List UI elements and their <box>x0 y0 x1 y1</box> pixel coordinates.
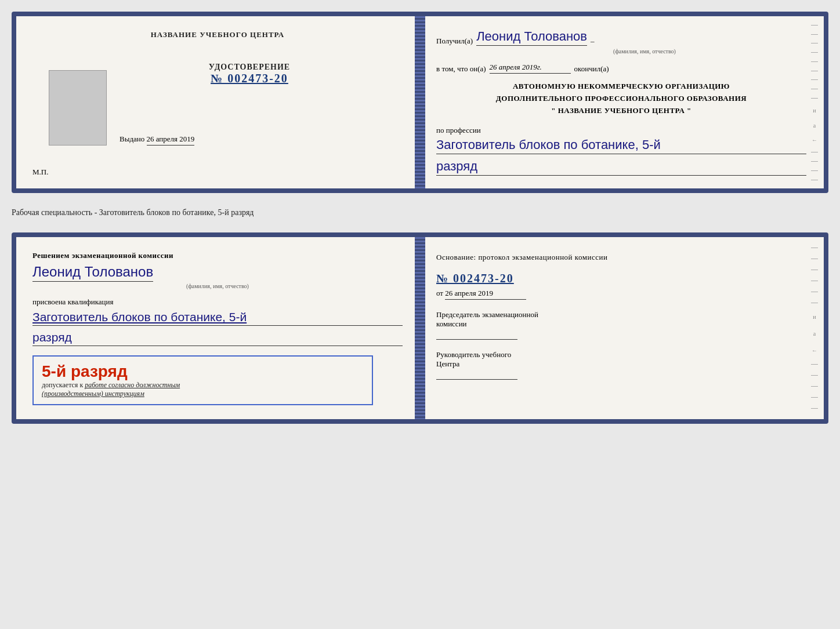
fio-hint-bottom: (фамилия, имя, отчество) <box>32 283 403 289</box>
deco-line <box>811 43 818 43</box>
udostoverenie-block: УДОСТОВЕРЕНИЕ № 002473-20 <box>96 63 403 85</box>
deco-line <box>811 161 818 162</box>
deco-line <box>811 25 818 26</box>
deco-i2: и <box>813 314 816 320</box>
deco-line <box>811 152 818 152</box>
bottom-document: Решением экзаменационной комиссии Леонид… <box>12 232 828 424</box>
vydano-block: Выдано 26 апреля 2019 <box>120 134 194 146</box>
ot-date-block: от 26 апреля 2019 <box>436 289 806 300</box>
deco-line <box>811 71 818 71</box>
deco-line <box>811 180 818 180</box>
mp-label: М.П. <box>32 168 48 177</box>
person-name-block: Леонид Толованов (фамилия, имя, отчество… <box>32 264 403 289</box>
razryad-value-bottom: разряд <box>32 330 403 346</box>
deco-line <box>811 89 818 89</box>
vtom-line: в том, что он(а) 26 апреля 2019г. окончи… <box>436 63 806 74</box>
top-document: НАЗВАНИЕ УЧЕБНОГО ЦЕНТРА УДОСТОВЕРЕНИЕ №… <box>12 12 828 193</box>
dopusk-prefix: допускается к работе согласно должностны… <box>42 381 364 390</box>
predsedatel-label: Председатель экзаменационной <box>436 310 806 319</box>
deco-line <box>811 79 818 80</box>
predsedatel-block: Председатель экзаменационной комиссии <box>436 310 806 340</box>
autonomy-line1: АВТОНОМНУЮ НЕКОММЕРЧЕСКУЮ ОРГАНИЗАЦИЮ <box>436 81 806 93</box>
training-center-label: НАЗВАНИЕ УЧЕБНОГО ЦЕНТРА <box>151 30 285 39</box>
right-deco: и а ← <box>810 16 819 188</box>
tsentra-label: Центра <box>436 359 806 369</box>
deco-line <box>811 303 818 303</box>
po-professii-label: по профессии <box>436 126 806 135</box>
vydano-date: 26 апреля 2019 <box>147 134 195 146</box>
poluchil-label: Получил(а) <box>436 37 473 46</box>
profession-value: Заготовитель блоков по ботанике, 5-й <box>436 137 806 154</box>
deco-line <box>811 397 818 398</box>
vtom-date: 26 апреля 2019г. <box>490 63 571 74</box>
vtom-label: в том, что он(а) <box>436 64 486 74</box>
rukovoditel-label: Руководитель учебного <box>436 350 806 359</box>
deco-line <box>811 270 818 270</box>
resheniem-block: Решением экзаменационной комиссии <box>32 251 403 260</box>
deco-line <box>811 248 818 248</box>
person-name: Леонид Толованов <box>32 264 153 282</box>
autonomy-line3: " НАЗВАНИЕ УЧЕБНОГО ЦЕНТРА " <box>436 105 806 117</box>
right-deco-bottom: и а ← <box>810 237 819 419</box>
deco-line <box>811 386 818 387</box>
deco-line <box>811 170 818 171</box>
deco-line <box>811 408 818 409</box>
dopusk-italic-text: (производственным) инструкциям <box>42 390 144 398</box>
resheniem-label: Решением экзаменационной комиссии <box>32 251 173 260</box>
deco-i: и <box>813 107 816 114</box>
poluchil-line: Получил(а) Леонид Толованов – <box>436 29 806 46</box>
dopusk-razryad: 5-й разряд <box>42 362 364 381</box>
deco-a2: а <box>813 330 816 337</box>
qualification-value: Заготовитель блоков по ботанике, 5-й <box>32 310 403 326</box>
top-doc-right: Получил(а) Леонид Толованов – (фамилия, … <box>419 16 824 188</box>
dopuskaetsya-block: 5-й разряд допускается к работе согласно… <box>32 355 373 405</box>
deco-line <box>811 52 818 53</box>
prisvoena-text: присвоена квалификация <box>32 297 403 307</box>
razryad-value-top: разряд <box>436 159 806 176</box>
ot-label: от <box>436 289 443 297</box>
page-container: НАЗВАНИЕ УЧЕБНОГО ЦЕНТРА УДОСТОВЕРЕНИЕ №… <box>12 12 828 424</box>
komissii-label: комиссии <box>436 319 806 329</box>
top-doc-left: НАЗВАНИЕ УЧЕБНОГО ЦЕНТРА УДОСТОВЕРЕНИЕ №… <box>16 16 419 188</box>
udostoverenie-title: УДОСТОВЕРЕНИЕ <box>96 63 403 72</box>
deco-line <box>811 364 818 365</box>
fio-hint-top: (фамилия, имя, отчество) <box>483 48 806 54</box>
deco-arrow: ← <box>812 137 817 143</box>
deco-arrow2: ← <box>812 347 817 354</box>
deco-line <box>811 34 818 35</box>
predsedatel-signature-line <box>436 339 517 340</box>
dopusk-text: работе согласно должностным <box>85 381 180 389</box>
deco-line <box>811 292 818 292</box>
rukovoditel-signature-line <box>436 379 517 380</box>
photo-placeholder <box>49 70 107 146</box>
deco-line <box>811 259 818 259</box>
osnovanie-label: Основание: протокол экзаменационной коми… <box>436 253 607 261</box>
udostoverenie-number: № 002473-20 <box>96 72 403 85</box>
okonchil-label: окончил(а) <box>574 64 609 74</box>
deco-a: а <box>813 122 816 129</box>
bottom-doc-left: Решением экзаменационной комиссии Леонид… <box>16 237 419 419</box>
dopusk-prefix-text: допускается к <box>42 381 83 389</box>
specialty-text: Рабочая специальность - Заготовитель бло… <box>12 203 828 222</box>
ot-date: 26 апреля 2019 <box>445 289 526 300</box>
deco-line <box>811 375 818 376</box>
dopusk-italic-block: (производственным) инструкциям <box>42 390 364 398</box>
deco-line <box>811 281 818 281</box>
osnovanie-block: Основание: протокол экзаменационной коми… <box>436 251 806 264</box>
deco-line <box>811 98 818 99</box>
autonomy-line2: ДОПОЛНИТЕЛЬНОГО ПРОФЕССИОНАЛЬНОГО ОБРАЗО… <box>436 93 806 105</box>
vydano-label: Выдано <box>120 134 144 143</box>
rukovoditel-block: Руководитель учебного Центра <box>436 350 806 380</box>
autonomy-block: АВТОНОМНУЮ НЕКОММЕРЧЕСКУЮ ОРГАНИЗАЦИЮ ДО… <box>436 81 806 117</box>
protocol-number: № 002473-20 <box>436 272 806 285</box>
poluchil-name: Леонид Толованов <box>476 29 587 46</box>
deco-line <box>811 61 818 62</box>
bottom-doc-right: Основание: протокол экзаменационной коми… <box>419 237 824 419</box>
